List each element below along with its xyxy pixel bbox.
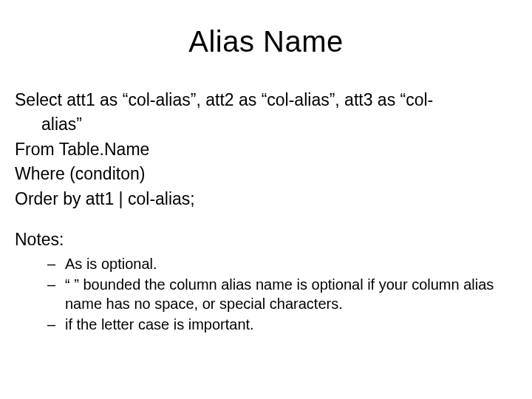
note-item: As is optional.: [65, 254, 517, 273]
sql-where-line: Where (conditon): [15, 163, 517, 185]
note-item: if the letter case is important.: [65, 315, 517, 334]
slide: Alias Name Select att1 as “col-alias”, a…: [0, 0, 532, 399]
slide-title: Alias Name: [15, 25, 517, 58]
notes-heading: Notes:: [15, 229, 517, 250]
sql-orderby-line: Order by att1 | col-alias;: [15, 188, 517, 210]
sql-from-line: From Table.Name: [15, 139, 517, 160]
sql-select-line-cont: alias”: [15, 114, 517, 135]
sql-select-line: Select att1 as “col-alias”, att2 as “col…: [15, 89, 517, 111]
note-item: “ ” bounded the column alias name is opt…: [65, 275, 517, 313]
notes-list: As is optional. “ ” bounded the column a…: [15, 254, 517, 334]
